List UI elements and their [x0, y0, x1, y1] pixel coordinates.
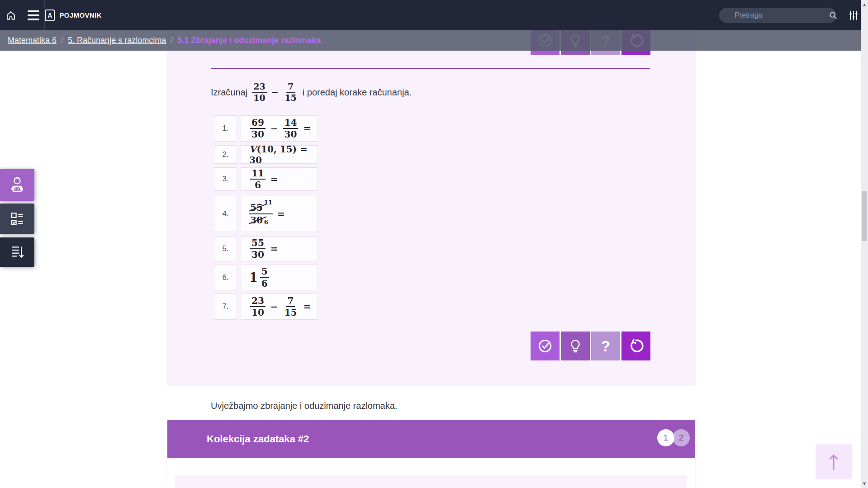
- glossary-label: POJMOVNIK: [59, 11, 102, 19]
- collection-title: Kolekcija zadataka #2: [207, 433, 309, 445]
- checklist-icon: [9, 210, 26, 227]
- breadcrumb-link-chapter[interactable]: 5. Računanje s razlomcima: [68, 36, 166, 45]
- glossary-button[interactable]: A POJMOVNIK: [45, 0, 102, 30]
- breadcrumb: Matematika 6 / 5. Računanje s razlomcima…: [0, 30, 868, 51]
- scrollbar-down-arrow[interactable]: ▼: [861, 480, 868, 487]
- question-icon: ?: [601, 337, 611, 355]
- sidebar-tasks-tab[interactable]: [0, 204, 34, 234]
- collection-pagination: 1 2: [657, 429, 690, 446]
- glossary-a-icon: A: [45, 9, 55, 21]
- check-answer-button[interactable]: [531, 332, 560, 360]
- exercise-card: ? Izračunaj 2310 − 715 i poredaj korake …: [167, 25, 695, 385]
- step-number: 4.: [214, 196, 237, 232]
- collection-body: [167, 458, 695, 488]
- step-item-1[interactable]: 6930 − 1430 =: [241, 115, 318, 142]
- breadcrumb-link-matematika[interactable]: Matematika 6: [8, 36, 57, 45]
- sorted-list-icon: [8, 243, 26, 261]
- menu-icon: [28, 10, 39, 12]
- collection-header: Kolekcija zadataka #2 1 2: [167, 420, 695, 458]
- cancelled-fraction: 5511 306: [249, 203, 273, 225]
- reset-button[interactable]: [621, 332, 650, 360]
- page-scrollbar[interactable]: ▲ ▼: [861, 0, 868, 488]
- search-box[interactable]: [719, 8, 836, 23]
- task-fraction-2: 715: [283, 82, 298, 103]
- step-number: 7.: [214, 294, 237, 320]
- step-number: 1.: [214, 115, 237, 142]
- breadcrumb-separator: /: [171, 36, 173, 45]
- breadcrumb-separator: /: [61, 36, 63, 45]
- step-item-2[interactable]: V(10, 15) = 30: [241, 145, 318, 164]
- collection-card: Kolekcija zadataka #2 1 2: [167, 420, 695, 488]
- search-icon[interactable]: [828, 10, 838, 20]
- step-number: 2.: [214, 145, 237, 164]
- reset-icon: [628, 338, 644, 354]
- collection-task-area: [175, 475, 687, 488]
- arrow-up-icon: [825, 451, 843, 473]
- page-button-2[interactable]: 2: [673, 429, 690, 446]
- sidebar-index-tab[interactable]: [0, 237, 34, 267]
- student-avatar-icon: [7, 175, 27, 195]
- step-number: 5.: [214, 236, 237, 261]
- scrollbar-thumb[interactable]: [862, 191, 867, 241]
- task-suffix: i poredaj korake računanja.: [303, 87, 412, 98]
- hint-button[interactable]: [561, 332, 590, 360]
- home-icon: [5, 10, 16, 21]
- sliders-icon[interactable]: [848, 9, 859, 21]
- step-number: 3.: [214, 167, 237, 191]
- home-button[interactable]: [0, 0, 22, 30]
- step-item-5[interactable]: 5530 =: [241, 236, 318, 261]
- section-divider: [211, 68, 650, 69]
- lightbulb-icon: [568, 338, 583, 354]
- check-circle-icon: [537, 338, 553, 354]
- step-number: 6.: [214, 265, 237, 290]
- page-button-1[interactable]: 1: [657, 429, 674, 446]
- step-item-3[interactable]: 116 =: [241, 167, 318, 191]
- scroll-to-top-button[interactable]: [816, 444, 852, 479]
- help-button[interactable]: ?: [591, 332, 620, 360]
- scrollbar-up-arrow[interactable]: ▲: [861, 1, 868, 8]
- step-item-7[interactable]: 2310 − 715 =: [241, 294, 318, 320]
- top-navbar: A POJMOVNIK: [0, 0, 868, 30]
- step-item-4[interactable]: 5511 306 =: [241, 196, 318, 232]
- main-menu-button[interactable]: [22, 0, 45, 30]
- search-input[interactable]: [735, 11, 828, 19]
- exercise-toolbar: ?: [531, 332, 650, 360]
- step-item-6[interactable]: 1 56: [241, 265, 318, 290]
- task-fraction-1: 2310: [252, 82, 266, 103]
- practice-text: Uvježbajmo zbrajanje i oduzimanje razlom…: [211, 401, 397, 411]
- breadcrumb-current: 5.1 Zbrajanje i oduzimanje razlomaka: [177, 36, 321, 45]
- task-prefix: Izračunaj: [211, 87, 247, 98]
- minus-sign: −: [271, 87, 279, 98]
- task-statement: Izračunaj 2310 − 715 i poredaj korake ra…: [211, 82, 412, 103]
- sidebar-avatar-tab[interactable]: [0, 169, 34, 201]
